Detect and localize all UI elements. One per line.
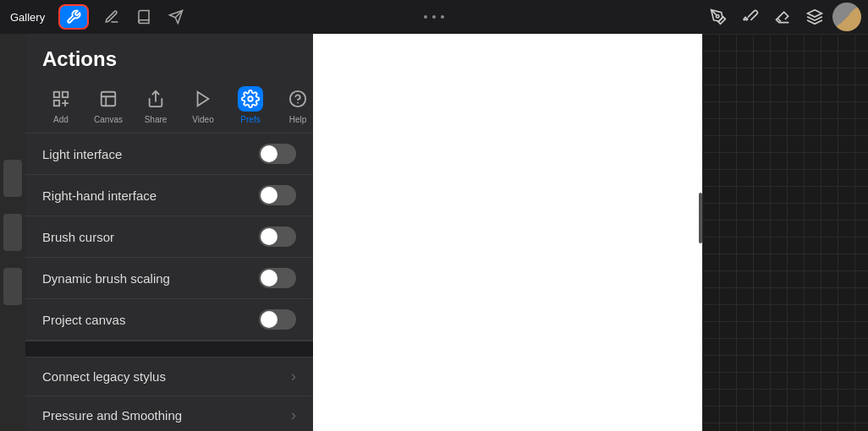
- dot-2: [432, 15, 436, 19]
- panel-tabs: Add Canvas Share Video: [25, 79, 313, 134]
- panel-title: Actions: [42, 47, 117, 70]
- tab-add-label: Add: [53, 115, 69, 124]
- top-bar: Gallery: [0, 0, 868, 34]
- setting-dynamic-brush-scaling[interactable]: Dynamic brush scaling: [25, 258, 313, 299]
- tab-canvas-label: Canvas: [94, 115, 123, 124]
- svg-point-2: [717, 15, 719, 18]
- main-area: [313, 34, 868, 431]
- top-tools: [99, 4, 189, 30]
- tab-canvas-icon: [96, 86, 121, 112]
- pressure-and-smoothing-label: Pressure and Smoothing: [42, 408, 182, 423]
- tab-help-icon: [285, 86, 310, 112]
- right-hand-interface-label: Right-hand interface: [42, 188, 157, 203]
- tab-add-icon: [48, 86, 74, 112]
- actions-panel: Actions Add Canvas: [25, 34, 313, 431]
- pencil-tool-icon[interactable]: [99, 4, 124, 30]
- top-right-tools: [704, 0, 868, 34]
- project-canvas-label: Project canvas: [42, 313, 125, 327]
- tab-prefs-label: Prefs: [240, 115, 260, 124]
- dynamic-brush-scaling-label: Dynamic brush scaling: [42, 271, 170, 286]
- light-interface-label: Light interface: [42, 147, 122, 161]
- connect-legacy-stylus-label: Connect legacy stylus: [42, 369, 166, 384]
- setting-project-canvas[interactable]: Project canvas: [25, 299, 313, 341]
- stylize-tool-icon[interactable]: [131, 4, 157, 30]
- tab-prefs[interactable]: Prefs: [228, 86, 272, 124]
- wrench-icon: [66, 9, 81, 25]
- svg-marker-9: [198, 92, 209, 106]
- tab-canvas[interactable]: Canvas: [86, 86, 130, 124]
- brush-cursor-label: Brush cursor: [42, 230, 114, 244]
- svg-rect-6: [54, 101, 59, 106]
- send-tool-icon[interactable]: [163, 4, 189, 30]
- panel-header: Actions: [25, 34, 313, 79]
- sidebar-handle-bottom[interactable]: [3, 268, 22, 305]
- right-hand-interface-toggle[interactable]: [259, 185, 296, 205]
- clickable-settings-list: Connect legacy stylus Pressure and Smoot…: [25, 357, 313, 431]
- sidebar-handle-middle[interactable]: [3, 214, 22, 251]
- wrench-button[interactable]: [58, 4, 89, 30]
- canvas-dark: [702, 34, 868, 431]
- tab-help[interactable]: Help: [276, 86, 313, 124]
- gallery-button[interactable]: Gallery: [0, 0, 55, 34]
- tab-video-icon: [190, 86, 216, 112]
- left-sidebar: [0, 34, 25, 431]
- brush-tool-button[interactable]: [736, 3, 765, 31]
- project-canvas-toggle[interactable]: [259, 309, 296, 330]
- tab-share-label: Share: [145, 115, 168, 124]
- setting-brush-cursor[interactable]: Brush cursor: [25, 216, 313, 258]
- top-center-dots: [424, 15, 444, 19]
- setting-pressure-and-smoothing[interactable]: Pressure and Smoothing: [25, 396, 313, 431]
- separator-1: [25, 341, 313, 357]
- layers-button[interactable]: [800, 3, 829, 31]
- tab-help-label: Help: [289, 115, 307, 124]
- eraser-tool-button[interactable]: [768, 3, 797, 31]
- toggle-settings-list: Light interface Right-hand interface Bru…: [25, 134, 313, 341]
- tab-video-label: Video: [192, 115, 213, 124]
- dot-3: [441, 15, 444, 19]
- sidebar-handle-top[interactable]: [3, 160, 22, 197]
- tab-prefs-icon: [238, 86, 263, 112]
- dot-1: [424, 15, 427, 19]
- tab-video[interactable]: Video: [181, 86, 225, 124]
- setting-light-interface[interactable]: Light interface: [25, 134, 313, 175]
- svg-rect-5: [63, 92, 68, 97]
- tab-add[interactable]: Add: [39, 86, 83, 124]
- setting-connect-legacy-stylus[interactable]: Connect legacy stylus: [25, 357, 313, 396]
- tab-share[interactable]: Share: [134, 86, 178, 124]
- svg-point-10: [248, 96, 253, 101]
- dynamic-brush-scaling-toggle[interactable]: [259, 268, 296, 288]
- tab-share-icon: [143, 86, 168, 112]
- pen-tool-button[interactable]: [704, 3, 733, 31]
- svg-rect-7: [102, 92, 116, 106]
- light-interface-toggle[interactable]: [259, 144, 296, 164]
- brush-cursor-toggle[interactable]: [259, 226, 296, 247]
- svg-marker-3: [808, 10, 822, 17]
- canvas-white: [313, 34, 702, 431]
- svg-rect-4: [54, 92, 59, 97]
- setting-right-hand-interface[interactable]: Right-hand interface: [25, 175, 313, 216]
- color-swatch[interactable]: [832, 3, 861, 31]
